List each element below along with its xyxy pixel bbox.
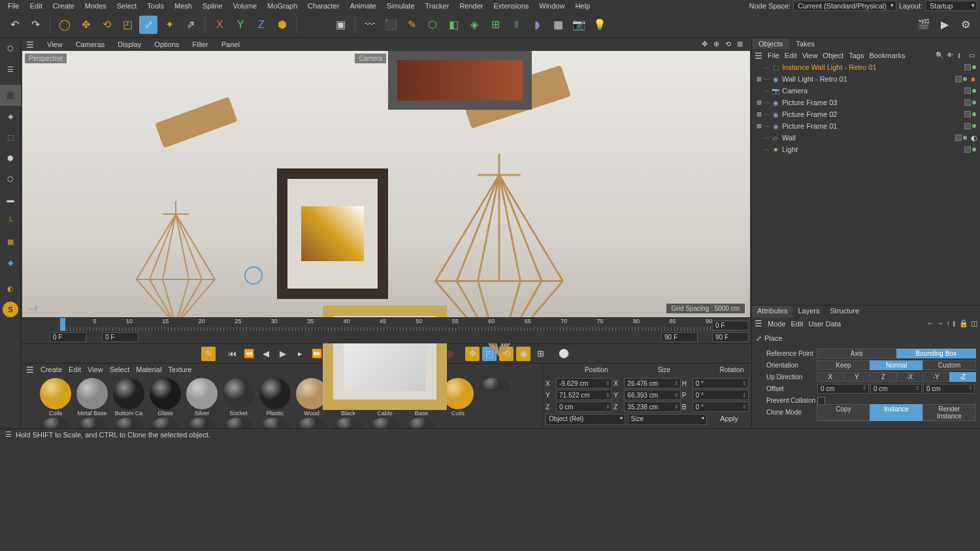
material-item[interactable] bbox=[477, 378, 512, 417]
menu-render[interactable]: Render bbox=[454, 1, 488, 11]
render-view[interactable]: 🎬 bbox=[915, 16, 933, 34]
menu-spline[interactable]: Spline bbox=[197, 1, 228, 11]
material-item[interactable] bbox=[404, 418, 439, 428]
object-visibility-toggles[interactable] bbox=[964, 146, 976, 153]
play-button[interactable]: ▶ bbox=[276, 347, 290, 361]
menu-extensions[interactable]: Extensions bbox=[488, 1, 534, 11]
clone-instance-button[interactable]: Instance bbox=[870, 404, 923, 421]
attr-lock-icon[interactable]: 🔒 bbox=[959, 319, 968, 328]
object-name-label[interactable]: Wall bbox=[782, 134, 955, 142]
floor-menu[interactable]: ▦ bbox=[549, 16, 567, 34]
axis-mode[interactable]: └ bbox=[0, 210, 21, 231]
obj-eye-icon[interactable]: 👁 bbox=[947, 52, 955, 60]
coord-pos-field[interactable]: 71.522 cm bbox=[556, 390, 612, 400]
timeline-end-field[interactable]: 90 F bbox=[661, 332, 698, 342]
tree-expander-icon[interactable]: ⊞ bbox=[755, 76, 764, 82]
polygon-mode[interactable]: ▬ bbox=[0, 189, 21, 210]
updir-y-button[interactable]: Y bbox=[843, 372, 871, 382]
layers-tab[interactable]: Layers bbox=[792, 306, 825, 317]
clone-copy-button[interactable]: Copy bbox=[817, 404, 870, 421]
model-mode[interactable]: ⬛ bbox=[0, 85, 21, 106]
obj-menu-view[interactable]: View bbox=[802, 52, 818, 59]
mat-menu-view[interactable]: View bbox=[88, 366, 103, 373]
orient-normal-button[interactable]: Normal bbox=[870, 360, 923, 370]
texture-mode[interactable]: ◈ bbox=[0, 106, 21, 127]
coord-size-field[interactable]: 26.476 cm bbox=[624, 378, 680, 388]
object-visibility-toggles[interactable] bbox=[964, 123, 976, 129]
edge-mode[interactable]: ⬡ bbox=[0, 168, 21, 189]
coord-apply-button[interactable]: Apply bbox=[710, 414, 749, 425]
pen-menu[interactable]: ✎ bbox=[402, 16, 421, 34]
redo-button[interactable]: ↷ bbox=[26, 16, 44, 34]
object-tree-row[interactable]: ☀Light bbox=[752, 144, 980, 155]
place-tool[interactable]: ⤢ bbox=[139, 16, 157, 34]
object-name-label[interactable]: Instance Wall Light - Retro 01 bbox=[782, 63, 964, 71]
make-editable-button[interactable]: ⬡ bbox=[0, 38, 21, 59]
attr-back-icon[interactable]: ← bbox=[927, 319, 934, 328]
vp-nav-zoom-icon[interactable]: ⊕ bbox=[713, 40, 723, 49]
prev-key-button[interactable]: ⏪ bbox=[242, 347, 256, 361]
object-visibility-toggles[interactable] bbox=[964, 87, 976, 94]
attr-filter-icon[interactable]: ⫿ bbox=[953, 319, 956, 328]
obj-menu-tags[interactable]: Tags bbox=[849, 52, 864, 59]
object-name-label[interactable]: Picture Frame 02 bbox=[782, 110, 964, 118]
viewport[interactable]: Perspective Camera bbox=[22, 51, 750, 317]
offset-y-field[interactable]: 0 cm bbox=[870, 384, 922, 394]
autokey-button[interactable]: ✎ bbox=[201, 347, 216, 361]
coord-rot-field[interactable]: 0 ° bbox=[693, 378, 749, 388]
menu-simulate[interactable]: Simulate bbox=[382, 1, 420, 11]
ref-point-axis-button[interactable]: Axis bbox=[817, 349, 897, 358]
dynamic-place-tool[interactable]: ✦ bbox=[160, 16, 178, 34]
tree-expander-icon[interactable]: ⊞ bbox=[755, 99, 764, 106]
light-menu[interactable]: 💡 bbox=[591, 16, 609, 34]
menu-animate[interactable]: Animate bbox=[344, 1, 381, 11]
mat-menu-create[interactable]: Create bbox=[41, 366, 62, 373]
object-visibility-toggles[interactable] bbox=[955, 76, 967, 82]
object-tree-row[interactable]: ⊞◉Wall Light - Retro 01■ bbox=[752, 73, 980, 85]
goto-start-button[interactable]: ⏮ bbox=[225, 347, 239, 361]
object-name-label[interactable]: Light bbox=[782, 146, 964, 153]
mat-menu-material[interactable]: Material bbox=[136, 366, 161, 373]
timeline-current-field[interactable]: 0 F bbox=[102, 332, 139, 342]
attributes-tab[interactable]: Attributes bbox=[752, 306, 792, 317]
menu-file[interactable]: File bbox=[3, 1, 25, 11]
updir-negx-button[interactable]: -X bbox=[896, 372, 924, 382]
menu-window[interactable]: Window bbox=[534, 1, 570, 11]
generator-menu[interactable]: ⬡ bbox=[423, 16, 442, 34]
object-tag-icon[interactable]: ■ bbox=[971, 75, 980, 83]
mat-menu-icon[interactable]: ☰ bbox=[26, 365, 34, 375]
obj-menu-edit[interactable]: Edit bbox=[785, 52, 797, 59]
timeline[interactable]: 0 F 0 F 90 F 0 F 90 F 051015202530354045… bbox=[21, 317, 751, 343]
menu-modes[interactable]: Modes bbox=[80, 1, 112, 11]
snap-mode[interactable]: ◆ bbox=[0, 252, 21, 273]
vp-menu-display[interactable]: Display bbox=[115, 39, 144, 50]
updir-negz-button[interactable]: -Z bbox=[949, 372, 977, 382]
mat-menu-select[interactable]: Select bbox=[110, 366, 130, 373]
material-item[interactable]: Silver bbox=[184, 378, 220, 417]
material-item[interactable]: Plastic bbox=[257, 378, 293, 417]
objects-tab[interactable]: Objects bbox=[752, 39, 789, 49]
structure-tab[interactable]: Structure bbox=[825, 306, 865, 317]
menu-create[interactable]: Create bbox=[48, 1, 80, 11]
obj-menu-file[interactable]: File bbox=[768, 52, 779, 59]
place-section-icon[interactable]: ⤢ bbox=[756, 334, 762, 343]
attr-menu-icon[interactable]: ☰ bbox=[755, 319, 762, 328]
attr-fwd-icon[interactable]: → bbox=[937, 319, 944, 328]
tweak-mode[interactable]: ◐ bbox=[0, 278, 21, 299]
obj-menu-bookmarks[interactable]: Bookmarks bbox=[869, 52, 905, 59]
next-frame-button[interactable]: ▸ bbox=[293, 347, 307, 361]
deformer-menu[interactable]: ◧ bbox=[444, 16, 463, 34]
material-item[interactable] bbox=[184, 418, 220, 428]
material-item[interactable] bbox=[221, 418, 256, 428]
obj-menu-object[interactable]: Object bbox=[823, 52, 843, 59]
s-button[interactable]: S bbox=[3, 302, 18, 317]
material-item[interactable]: Coils bbox=[38, 378, 73, 417]
node-space-dropdown[interactable]: Current (Standard/Physical) bbox=[793, 1, 896, 11]
workplane-mode[interactable]: ▦ bbox=[0, 231, 21, 252]
material-item[interactable]: Bottom Ca bbox=[111, 378, 146, 417]
coord-rot-field[interactable]: 0 ° bbox=[693, 401, 749, 412]
attr-menu-edit[interactable]: Edit bbox=[791, 320, 804, 328]
material-item[interactable] bbox=[148, 418, 183, 428]
coord-size-field[interactable]: 35.238 cm bbox=[624, 401, 680, 412]
vp-nav-layout-icon[interactable]: ⊞ bbox=[737, 40, 746, 49]
